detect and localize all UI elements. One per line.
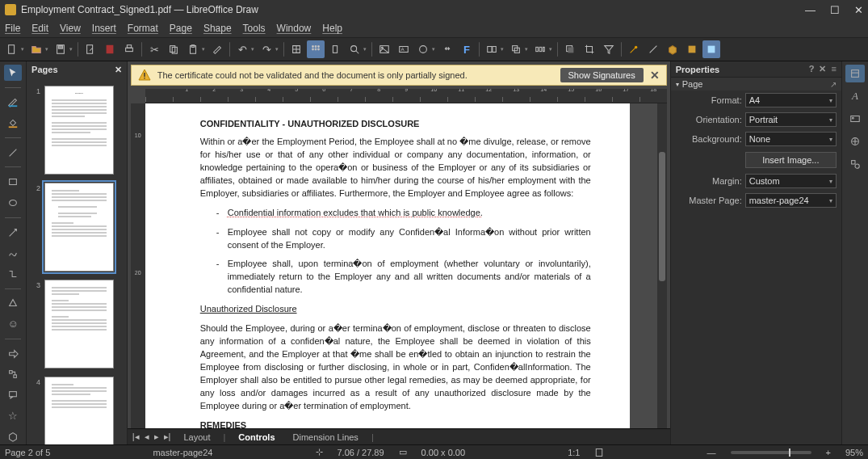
arrange-icon[interactable]	[507, 40, 525, 58]
3dshape-icon[interactable]	[4, 428, 22, 444]
fontwork-icon[interactable]: F	[458, 40, 476, 58]
nav-next-icon[interactable]: ▸	[154, 432, 159, 442]
status-zoom[interactable]: 95%	[845, 448, 863, 457]
master-select[interactable]: master-page24	[745, 193, 837, 208]
orientation-select[interactable]: Portrait	[745, 112, 837, 127]
save-icon[interactable]	[52, 40, 69, 58]
show-signatures-button[interactable]: Show Signatures	[560, 68, 644, 82]
snap-icon[interactable]	[307, 40, 325, 58]
document-page[interactable]: CONFIDENTIALITY - UNAUTHORIZED DISCLOSUR…	[145, 103, 630, 428]
zoom-in-icon[interactable]: +	[826, 448, 831, 457]
rectangle-tool-icon[interactable]	[4, 174, 22, 190]
toggle-extrusion-icon[interactable]	[644, 40, 662, 58]
copy-icon[interactable]	[165, 40, 182, 58]
clone-icon[interactable]	[208, 40, 226, 58]
select-tool-icon[interactable]	[4, 65, 22, 81]
section-more-icon[interactable]: ↗	[830, 80, 837, 89]
zoom-icon[interactable]	[346, 40, 363, 58]
basic-shapes-icon[interactable]	[4, 296, 22, 312]
linearrow-tool-icon[interactable]	[4, 225, 22, 241]
image-icon[interactable]	[375, 40, 393, 58]
distribute-icon[interactable]	[531, 40, 549, 58]
menu-page[interactable]: Page	[170, 23, 192, 34]
vertical-scrollbar[interactable]	[657, 103, 667, 428]
sidebar-shapes-icon[interactable]	[845, 155, 865, 173]
svg-rect-43	[144, 73, 145, 77]
nav-last-icon[interactable]: ▸|	[164, 432, 171, 442]
chart-icon[interactable]	[414, 40, 432, 58]
menu-shape[interactable]: Shape	[203, 23, 232, 34]
curve-tool-icon[interactable]	[4, 245, 22, 261]
minimize-button[interactable]: —	[805, 4, 816, 16]
menu-tools[interactable]: Tools	[243, 23, 266, 34]
status-scale[interactable]: 1:1	[568, 448, 580, 457]
tab-layout[interactable]: Layout	[178, 432, 215, 442]
status-savemode-icon[interactable]	[594, 447, 604, 457]
sidebar-properties-icon[interactable]	[845, 65, 865, 82]
crop-icon[interactable]	[581, 40, 598, 58]
cut-icon[interactable]: ✂	[145, 40, 163, 58]
helplines-icon[interactable]	[326, 40, 344, 58]
fill-color-icon[interactable]	[4, 115, 22, 131]
menu-edit[interactable]: Edit	[31, 23, 48, 34]
redo-icon[interactable]: ↷	[258, 40, 275, 58]
3d-icon[interactable]	[683, 40, 701, 58]
new-icon[interactable]	[3, 40, 21, 58]
page-thumb-1[interactable]: 1––––––	[35, 86, 119, 175]
menu-help[interactable]: Help	[322, 23, 342, 34]
prop-undock-icon[interactable]: ✕	[819, 64, 826, 74]
menu-format[interactable]: Format	[128, 23, 158, 34]
insert-image-button[interactable]: Insert Image...	[745, 152, 837, 168]
draw-functions-icon[interactable]	[702, 40, 720, 58]
connector-tool-icon[interactable]	[4, 266, 22, 282]
page-thumb-2[interactable]: 2	[35, 183, 119, 272]
infobar-close-icon[interactable]: ✕	[650, 69, 660, 82]
margin-select[interactable]: Custom	[745, 174, 837, 188]
sidebar-gallery-icon[interactable]	[845, 110, 865, 128]
export-icon[interactable]	[82, 40, 99, 58]
menu-insert[interactable]: Insert	[92, 23, 116, 34]
grid-icon[interactable]	[287, 40, 305, 58]
block-arrows-icon[interactable]	[4, 346, 22, 362]
shadow-icon[interactable]	[561, 40, 579, 58]
ellipse-tool-icon[interactable]	[4, 195, 22, 211]
filter-icon[interactable]	[600, 40, 618, 58]
textbox-icon[interactable]: A	[395, 40, 413, 58]
close-button[interactable]: ✕	[854, 4, 863, 16]
symbol-shapes-icon[interactable]: ☺	[4, 316, 22, 332]
line-tool-icon[interactable]	[4, 145, 22, 161]
pdf-icon[interactable]	[101, 40, 119, 58]
sidebar-styles-icon[interactable]: A	[845, 87, 865, 105]
page-thumb-3[interactable]: 3	[35, 280, 119, 368]
prop-help-icon[interactable]: ?	[809, 64, 815, 74]
nav-first-icon[interactable]: |◂	[132, 432, 140, 442]
prop-menu-icon[interactable]: ≡	[831, 64, 836, 74]
gluepoint-icon[interactable]	[625, 40, 643, 58]
menu-window[interactable]: Window	[277, 23, 312, 34]
zoom-slider[interactable]	[731, 451, 811, 454]
zoom-out-icon[interactable]: —	[707, 448, 716, 457]
background-select[interactable]: None	[745, 132, 837, 146]
flowchart-icon[interactable]	[4, 366, 22, 382]
extrusion-icon[interactable]	[664, 40, 681, 58]
callouts-icon[interactable]	[4, 387, 22, 403]
line-color-icon[interactable]	[4, 95, 22, 111]
maximize-button[interactable]: ☐	[830, 4, 840, 16]
menu-view[interactable]: View	[60, 23, 81, 34]
page-thumb-4[interactable]: 4	[35, 377, 119, 444]
print-icon[interactable]	[120, 40, 138, 58]
tab-dimension[interactable]: Dimension Lines	[288, 432, 363, 442]
open-icon[interactable]	[27, 40, 45, 58]
stars-icon[interactable]: ☆	[4, 408, 22, 424]
section-page[interactable]: Page	[682, 79, 703, 89]
align-icon[interactable]	[483, 40, 501, 58]
sidebar-navigator-icon[interactable]	[845, 133, 865, 150]
nav-prev-icon[interactable]: ◂	[145, 432, 149, 442]
menu-file[interactable]: File	[5, 23, 20, 34]
undo-icon[interactable]: ↶	[233, 40, 251, 58]
format-select[interactable]: A4	[745, 93, 837, 107]
hyperlink-icon[interactable]	[438, 40, 456, 58]
paste-icon[interactable]	[184, 40, 202, 58]
tab-controls[interactable]: Controls	[233, 432, 279, 442]
pages-panel-close-icon[interactable]: ✕	[115, 65, 122, 75]
